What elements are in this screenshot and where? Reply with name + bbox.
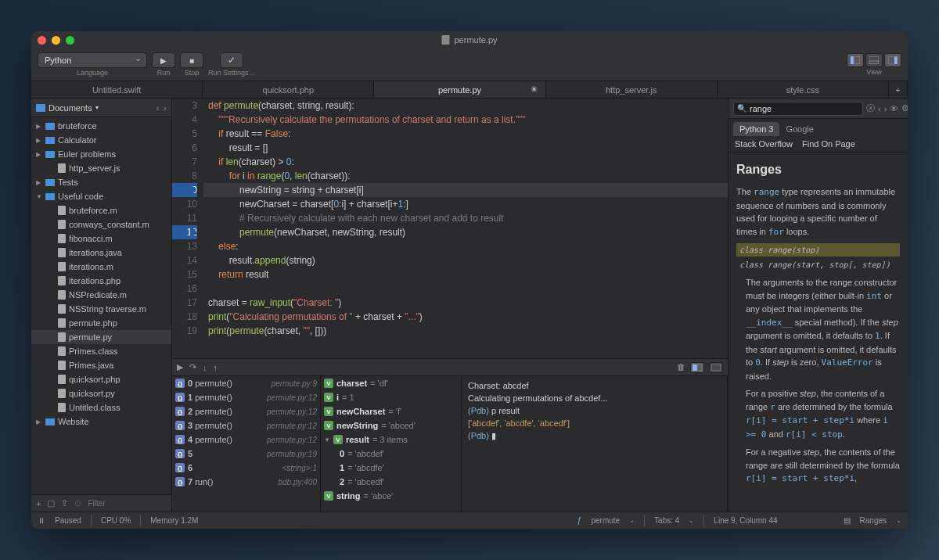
- code-line[interactable]: print("Calculating permutations of " + c…: [203, 310, 728, 324]
- tree-file[interactable]: conways_constant.m: [31, 217, 171, 232]
- new-folder-icon[interactable]: ▢: [47, 498, 55, 508]
- line-number[interactable]: 9: [172, 183, 197, 197]
- tree-file[interactable]: Untitled.class: [31, 400, 171, 415]
- line-number[interactable]: 15: [172, 267, 197, 282]
- chevron-icon[interactable]: [36, 137, 42, 144]
- chevron-icon[interactable]: [36, 123, 42, 130]
- tree-file[interactable]: NSString traverse.m: [31, 302, 171, 316]
- tree-file[interactable]: Primes.class: [31, 344, 171, 358]
- add-icon[interactable]: +: [36, 499, 41, 508]
- variable-row[interactable]: 1 = 'abcdfe': [321, 461, 461, 475]
- line-number[interactable]: 8: [172, 169, 197, 183]
- variable-row[interactable]: ▼Vresult = 3 items: [321, 433, 461, 447]
- tree-file[interactable]: quicksort.php: [31, 372, 171, 386]
- line-number[interactable]: 14: [172, 253, 197, 267]
- tree-folder[interactable]: Website: [31, 415, 171, 429]
- step-over-icon[interactable]: ↷: [189, 362, 196, 372]
- titlebar[interactable]: permute.py: [31, 31, 908, 48]
- chevron-icon[interactable]: [36, 193, 42, 200]
- stop-button[interactable]: ■: [180, 52, 203, 68]
- line-number[interactable]: 10: [172, 197, 197, 211]
- line-gutter[interactable]: 345678910111213141516171819: [172, 99, 203, 358]
- status-function[interactable]: permute: [591, 516, 620, 525]
- code-line[interactable]: # Recursively calculate with each new ch…: [203, 211, 728, 225]
- tree-folder[interactable]: Calculator: [31, 133, 171, 147]
- new-tab-button[interactable]: +: [889, 81, 908, 98]
- debug-view-split-button[interactable]: [690, 362, 704, 373]
- run-button[interactable]: ▶: [152, 52, 175, 68]
- file-tab[interactable]: quicksort.php: [203, 81, 374, 98]
- run-settings-button[interactable]: ✓: [220, 52, 243, 68]
- line-number[interactable]: 18: [172, 310, 197, 324]
- action-icon[interactable]: ⇪: [61, 498, 68, 508]
- pause-icon[interactable]: ⏸: [38, 516, 45, 525]
- code-area[interactable]: def permute(charset, string, result): ""…: [203, 99, 728, 358]
- chevron-icon[interactable]: [36, 179, 42, 186]
- line-number[interactable]: 19: [172, 324, 197, 338]
- line-number[interactable]: 7: [172, 155, 197, 169]
- status-tabs[interactable]: Tabs: 4: [654, 516, 679, 525]
- tab-find-on-page[interactable]: Find On Page: [802, 139, 855, 149]
- stack-frame[interactable]: {}7 run()bdb.py:400: [172, 475, 320, 489]
- tree-file[interactable]: permute.py: [31, 330, 171, 344]
- code-line[interactable]: permute(newCharset, newString, result): [203, 225, 728, 239]
- tab-python3[interactable]: Python 3: [733, 122, 779, 136]
- stack-frame[interactable]: {}3 permute()permute.py:12: [172, 418, 320, 433]
- view-left-button[interactable]: [847, 53, 864, 67]
- stack-frame[interactable]: {}6 <string>:1: [172, 461, 320, 475]
- step-into-icon[interactable]: ↓: [203, 363, 207, 372]
- code-line[interactable]: else:: [203, 239, 728, 253]
- file-tree[interactable]: bruteforceCalculatorEuler problemshttp_s…: [31, 117, 171, 494]
- debug-console[interactable]: Charset: abcdefCalculating permutations …: [462, 376, 728, 512]
- stack-frame[interactable]: {}4 permute()permute.py:12: [172, 433, 320, 447]
- stack-frame[interactable]: {}0 permute()permute.py:9: [172, 376, 320, 390]
- line-number[interactable]: 11: [172, 211, 197, 225]
- variable-row[interactable]: Vcharset = 'df': [321, 376, 461, 390]
- tree-folder[interactable]: Tests: [31, 175, 171, 189]
- code-line[interactable]: """Recursively calculate the permutation…: [203, 113, 728, 127]
- variable-row[interactable]: 2 = 'abcedf': [321, 475, 461, 489]
- variable-row[interactable]: 0 = 'abcdef': [321, 447, 461, 461]
- stack-frame[interactable]: {}1 permute()permute.py:12: [172, 390, 320, 404]
- continue-icon[interactable]: ▶: [177, 362, 183, 372]
- variable-row[interactable]: Vi = 1: [321, 390, 461, 404]
- code-line[interactable]: result = []: [203, 141, 728, 155]
- step-out-icon[interactable]: ↑: [214, 363, 218, 372]
- tree-file[interactable]: bruteforce.m: [31, 203, 171, 217]
- chevron-down-icon[interactable]: ▼: [324, 436, 330, 443]
- tree-file[interactable]: iterations.m: [31, 260, 171, 274]
- file-tab[interactable]: style.css: [718, 81, 889, 98]
- stack-frame[interactable]: {}5 permute.py:19: [172, 447, 320, 461]
- tree-file[interactable]: permute.php: [31, 316, 171, 330]
- code-line[interactable]: if len(charset) > 0:: [203, 155, 728, 169]
- nav-back-icon[interactable]: ‹: [156, 103, 160, 113]
- code-line[interactable]: if result == False:: [203, 127, 728, 141]
- variables-panel[interactable]: Vcharset = 'df'Vi = 1VnewCharset = 'f'Vn…: [321, 376, 462, 512]
- nav-back-icon[interactable]: ‹: [878, 104, 881, 113]
- chevron-icon[interactable]: [36, 418, 42, 425]
- tree-file[interactable]: NSPredicate.m: [31, 288, 171, 302]
- language-dropdown[interactable]: Python: [38, 52, 147, 68]
- code-line[interactable]: for i in range(0, len(charset)):: [203, 169, 728, 183]
- trash-icon[interactable]: 🗑: [677, 362, 685, 373]
- tree-file[interactable]: quicksort.py: [31, 386, 171, 400]
- code-line[interactable]: charset = raw_input("Charset: "): [203, 296, 728, 310]
- line-number[interactable]: 13: [172, 239, 197, 253]
- close-icon[interactable]: [38, 36, 46, 45]
- line-number[interactable]: 6: [172, 141, 197, 155]
- gear-icon[interactable]: ⚙: [901, 103, 908, 113]
- line-number[interactable]: 17: [172, 296, 197, 310]
- variable-row[interactable]: Vstring = 'abce': [321, 489, 461, 503]
- tree-file[interactable]: http_server.js: [31, 161, 171, 175]
- tree-file[interactable]: Primes.java: [31, 358, 171, 372]
- doc-content[interactable]: Ranges The range type represents an immu…: [729, 153, 908, 512]
- file-tab[interactable]: http_server.js: [546, 81, 718, 98]
- tab-google[interactable]: Google: [779, 122, 819, 136]
- tree-file[interactable]: fibonacci.m: [31, 232, 171, 246]
- variable-row[interactable]: VnewCharset = 'f': [321, 404, 461, 418]
- sidebar-header[interactable]: Documents ▾ ‹ ›: [31, 99, 171, 117]
- line-number[interactable]: 16: [172, 282, 197, 296]
- file-tab[interactable]: permute.py✳: [374, 81, 545, 98]
- code-line[interactable]: [203, 282, 728, 296]
- view-right-button[interactable]: [884, 53, 901, 67]
